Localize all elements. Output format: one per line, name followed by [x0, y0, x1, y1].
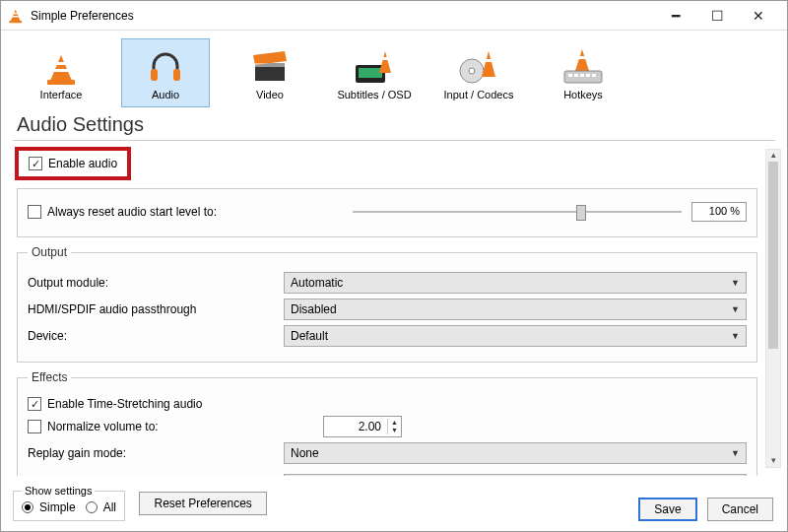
- normalize-spinner[interactable]: 2.00 ▲▼: [323, 416, 402, 437]
- device-dropdown[interactable]: Default ▼: [284, 325, 747, 347]
- checkbox-icon: [28, 205, 41, 219]
- vertical-scrollbar[interactable]: ▴ ▾: [765, 149, 781, 468]
- spinner-arrows-icon: ▲▼: [387, 419, 401, 434]
- svg-rect-4: [255, 63, 285, 67]
- tab-label: Input / Codecs: [444, 89, 514, 100]
- output-module-dropdown[interactable]: Automatic ▼: [284, 272, 747, 294]
- dropdown-value: Disabled: [291, 302, 337, 316]
- svg-rect-18: [580, 74, 584, 77]
- category-tabs: Interface Audio Video: [1, 31, 787, 113]
- output-group: Output Output module: Automatic ▼ HDMI/S…: [17, 245, 757, 363]
- always-reset-checkbox[interactable]: Always reset audio start level to:: [28, 205, 343, 219]
- footer: Show settings Simple All Reset Preferenc…: [1, 479, 787, 531]
- svg-marker-7: [379, 51, 391, 73]
- scroll-up-icon: ▴: [766, 150, 780, 162]
- checkbox-icon: [28, 397, 41, 411]
- tab-hotkeys[interactable]: Hotkeys: [539, 38, 627, 107]
- volume-group: Volume Always reset audio start level to…: [17, 188, 757, 237]
- tab-label: Audio: [152, 89, 179, 100]
- normalize-label: Normalize volume to:: [47, 420, 159, 433]
- mode-simple-label: Simple: [39, 500, 76, 514]
- svg-rect-19: [586, 74, 590, 77]
- maximize-button[interactable]: ☐: [696, 1, 738, 31]
- normalize-checkbox[interactable]: Normalize volume to:: [28, 420, 313, 433]
- svg-point-10: [469, 68, 475, 74]
- checkbox-icon: [28, 420, 41, 433]
- replay-gain-label: Replay gain mode:: [28, 446, 274, 460]
- mode-all-radio[interactable]: All: [86, 500, 116, 514]
- save-button[interactable]: Save: [638, 498, 696, 521]
- timestretch-label: Enable Time-Stretching audio: [47, 397, 202, 411]
- svg-rect-17: [574, 74, 578, 77]
- tab-label: Video: [256, 89, 284, 100]
- dropdown-value: None: [291, 446, 319, 460]
- enable-audio-highlight: Enable audio: [15, 147, 131, 180]
- vlc-cone-icon: [9, 8, 25, 24]
- svg-rect-20: [592, 74, 596, 77]
- monitor-cone-icon: [354, 45, 395, 85]
- output-module-label: Output module:: [28, 276, 274, 290]
- reset-preferences-button[interactable]: Reset Preferences: [139, 492, 266, 515]
- clapperboard-icon: [251, 45, 289, 85]
- tab-interface[interactable]: Interface: [17, 38, 105, 107]
- svg-rect-14: [579, 56, 586, 59]
- mode-simple-radio[interactable]: Simple: [22, 500, 76, 514]
- keyboard-cone-icon: [562, 45, 604, 85]
- cone-icon: [46, 45, 76, 85]
- show-settings-legend: Show settings: [22, 485, 95, 497]
- device-label: Device:: [28, 329, 274, 343]
- svg-rect-12: [486, 59, 492, 62]
- tab-video[interactable]: Video: [226, 38, 314, 107]
- chevron-down-icon: ▼: [731, 331, 740, 341]
- radio-icon: [86, 501, 98, 513]
- passthrough-label: HDMI/SPDIF audio passthrough: [28, 302, 274, 316]
- passthrough-dropdown[interactable]: Disabled ▼: [284, 299, 747, 320]
- svg-rect-0: [151, 69, 158, 81]
- window-title: Simple Preferences: [31, 9, 655, 23]
- enable-audio-checkbox[interactable]: Enable audio: [29, 157, 117, 170]
- tab-input-codecs[interactable]: Input / Codecs: [434, 38, 523, 107]
- always-reset-label: Always reset audio start level to:: [47, 205, 217, 219]
- tab-subtitles[interactable]: Subtitles / OSD: [330, 38, 419, 107]
- effects-group: Effects Enable Time-Stretching audio Nor…: [17, 370, 757, 476]
- dropdown-value: Default: [291, 329, 328, 343]
- page-title: Audio Settings: [1, 113, 787, 140]
- visualization-dropdown[interactable]: Disable ▼: [284, 474, 747, 476]
- start-level-value[interactable]: 100 %: [691, 202, 747, 222]
- svg-marker-3: [253, 51, 287, 65]
- chevron-down-icon: ▼: [731, 304, 740, 314]
- radio-icon: [22, 501, 33, 513]
- chevron-down-icon: ▼: [731, 278, 740, 288]
- disc-cone-icon: [459, 45, 498, 85]
- close-button[interactable]: ✕: [738, 1, 779, 31]
- chevron-down-icon: ▼: [731, 448, 740, 458]
- settings-panel: Enable audio Volume Always reset audio s…: [13, 141, 761, 476]
- checkbox-icon: [29, 157, 42, 170]
- dropdown-value: Automatic: [291, 276, 343, 290]
- tab-label: Subtitles / OSD: [337, 89, 411, 100]
- tab-audio[interactable]: Audio: [121, 38, 210, 107]
- group-legend: Effects: [28, 370, 71, 384]
- show-settings-group: Show settings Simple All: [13, 485, 125, 521]
- mode-all-label: All: [103, 500, 116, 514]
- tab-label: Hotkeys: [563, 89, 603, 100]
- title-bar: Simple Preferences ━ ☐ ✕: [1, 1, 787, 31]
- scroll-down-icon: ▾: [766, 455, 780, 467]
- tab-label: Interface: [40, 89, 83, 100]
- svg-rect-6: [359, 68, 382, 78]
- headphones-icon: [147, 45, 184, 85]
- svg-rect-1: [173, 69, 180, 81]
- minimize-button[interactable]: ━: [655, 1, 696, 31]
- group-legend: Output: [28, 245, 71, 259]
- scrollbar-thumb[interactable]: [768, 162, 778, 349]
- cancel-button[interactable]: Cancel: [707, 498, 773, 521]
- spinner-value: 2.00: [324, 420, 387, 433]
- svg-marker-11: [482, 51, 495, 77]
- replay-gain-dropdown[interactable]: None ▼: [284, 442, 747, 464]
- timestretch-checkbox[interactable]: Enable Time-Stretching audio: [28, 397, 202, 411]
- svg-rect-8: [383, 57, 388, 60]
- svg-marker-13: [575, 49, 589, 71]
- start-level-slider[interactable]: [353, 205, 682, 219]
- svg-rect-16: [568, 74, 572, 77]
- enable-audio-label: Enable audio: [48, 157, 117, 170]
